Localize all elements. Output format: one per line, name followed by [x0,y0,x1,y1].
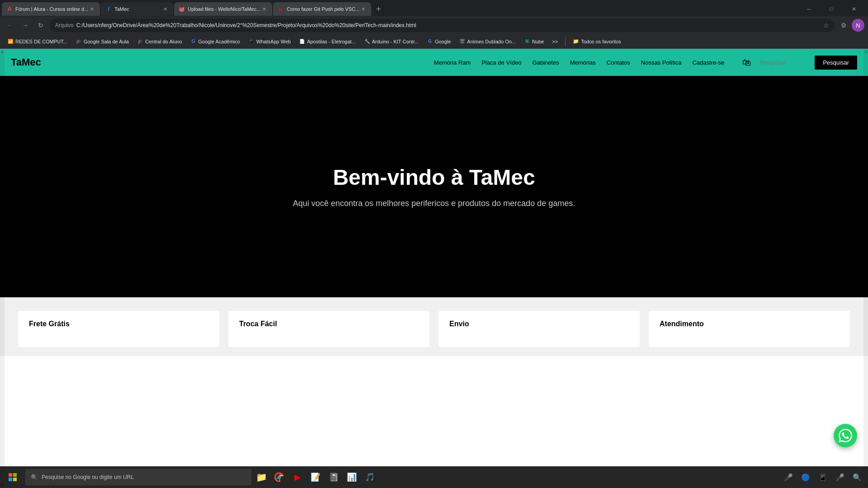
hero-subtitle: Aqui você encontra os melhores periferic… [293,199,575,208]
site-nav-right: 🛍 Pesquisar [742,56,857,70]
windows-logo-icon [9,473,17,481]
browser-actions: ⚙ N [837,19,864,32]
scroll-left-arrow[interactable]: ▲ ▼ [0,49,5,488]
bookmark-all-label: Todos os favoritos [581,39,621,44]
tab-close-upload[interactable]: ✕ [260,5,268,13]
bookmark-arduino[interactable]: 🔧 Arduino - KIT Contr... [360,37,422,47]
taskbar-icon-filemanager[interactable]: 📁 [253,469,269,485]
nav-politica[interactable]: Nossas Política [641,59,682,66]
url-bar[interactable]: Arquivo C:/Users/nferg/OneDrive/Área%20d… [50,19,835,32]
tab-favicon-upload: 🐙 [179,6,185,12]
bookmark-all-icon: 📁 [573,38,579,44]
window-controls: ─ □ ✕ [798,2,868,16]
close-button[interactable]: ✕ [844,2,864,16]
bookmark-academico[interactable]: G Google Acadêmico [187,37,244,47]
profile-button[interactable]: N [852,19,864,32]
tab-youtube[interactable]: ▶ Como fazer Git Push pelo VSC... ✕ [273,2,371,16]
bookmark-label-central: Central do Aluno [145,39,182,44]
bookmark-label-arduino: Arduino - KIT Contr... [372,39,419,44]
feature-title-envio: Envio [449,320,469,328]
new-tab-button[interactable]: + [372,3,385,15]
svg-rect-2 [9,478,12,481]
nav-gabinetes[interactable]: Gabinetes [532,59,559,66]
minimize-button[interactable]: ─ [798,2,819,16]
site-logo[interactable]: TaMec [11,56,41,68]
tab-bar: A Fórum | Alura - Cursos online d... ✕ f… [0,0,868,16]
bookmark-nube[interactable]: N Nube [520,37,547,47]
taskbar-icon-onenote[interactable]: 📓 [326,469,342,485]
url-text: C:/Users/nferg/OneDrive/Área%20de%20Trab… [76,22,416,28]
bookmark-favicon-redes: 📶 [7,38,14,45]
bookmark-redes[interactable]: 📶 REDES DE COMPUT... [4,37,71,47]
bookmark-all-favorites[interactable]: 📁 Todos os favoritos [569,37,625,46]
nav-memoria-ram[interactable]: Memória Ram [434,59,471,66]
browser-chrome: A Fórum | Alura - Cursos online d... ✕ f… [0,0,868,488]
taskbar-icon-excel[interactable]: 📊 [344,469,360,485]
taskbar-mic-icon[interactable]: 🎤 [833,470,847,484]
bookmark-apostilas[interactable]: 📄 Apostilas - Eletrogat... [295,37,359,47]
tab-title-upload: Upload files - WelloNico/TaMec... [188,6,260,12]
taskbar: 🔍 Pesquise no Google ou digite um URL 📁 … [0,466,868,488]
feature-card-atendimento: Atendimento [649,311,850,347]
taskbar-search-text: Pesquise no Google ou digite um URL [42,474,134,480]
bookmark-animes[interactable]: 🎬 Animes Dublado On... [455,37,519,47]
bookmark-central[interactable]: 🎓 Central do Aluno [133,37,185,47]
extensions-button[interactable]: ⚙ [837,19,850,32]
bookmark-favicon-nube: N [524,38,530,45]
feature-title-atendimento: Atendimento [660,320,704,328]
bookmark-star-icon[interactable]: ☆ [823,22,829,29]
site-navbar: TaMec Memória Ram Placa de Vídeo Gabinet… [0,49,868,76]
feature-card-envio: Envio [439,311,640,347]
taskbar-cortana-icon[interactable]: 🔵 [798,470,813,484]
svg-rect-0 [9,473,12,477]
back-button[interactable]: ← [4,19,16,32]
url-protocol: Arquivo [55,22,74,28]
cart-icon[interactable]: 🛍 [742,57,751,68]
bookmark-google[interactable]: G Google [423,37,454,47]
taskbar-search-mic[interactable]: 🎤 [781,470,796,484]
taskbar-icon-spotify[interactable]: 🎵 [362,469,378,485]
svg-rect-3 [13,478,17,481]
tab-upload[interactable]: 🐙 Upload files - WelloNico/TaMec... ✕ [174,2,272,16]
maximize-button[interactable]: □ [821,2,842,16]
forward-button[interactable]: → [19,19,32,32]
tab-title-youtube: Como fazer Git Push pelo VSC... [287,6,359,12]
nav-contatos[interactable]: Contatos [607,59,630,66]
bookmark-favicon-central: 🎓 [137,38,143,45]
tab-forum[interactable]: A Fórum | Alura - Cursos online d... ✕ [2,2,100,16]
bookmark-more-button[interactable]: >> [548,37,561,46]
whatsapp-fab[interactable] [834,424,857,447]
website-content: TaMec Memória Ram Placa de Vídeo Gabinet… [0,49,868,488]
bookmark-favicon-sala: 🎓 [75,38,82,45]
site-search-button[interactable]: Pesquisar [815,56,857,70]
taskbar-search-bar[interactable]: 🔍 Pesquise no Google ou digite um URL [25,469,251,485]
taskbar-icon-youtube[interactable]: ▶ [289,469,306,485]
taskbar-whatsapp-icon[interactable]: 📱 [816,470,830,484]
taskbar-search-lens[interactable]: 🔍 [850,470,864,484]
nav-memorias[interactable]: Memórias [570,59,596,66]
tab-close-youtube[interactable]: ✕ [359,5,367,13]
refresh-button[interactable]: ↻ [34,19,47,32]
taskbar-icon-chrome[interactable] [271,469,288,485]
bookmark-favicon-arduino: 🔧 [364,38,370,45]
bookmark-label-nube: Nube [532,39,544,44]
bookmark-label-sala: Google Sala de Aula [84,39,129,44]
nav-cadastre[interactable]: Cadastre-se [692,59,724,66]
tab-close-forum[interactable]: ✕ [88,5,95,13]
taskbar-search-icon: 🔍 [31,474,38,481]
bookmark-favicon-academico: G [190,38,197,45]
bookmark-label-apostilas: Apostilas - Eletrogat... [307,39,356,44]
nav-placa-video[interactable]: Placa de Vídeo [481,59,521,66]
bookmark-sala-aula[interactable]: 🎓 Google Sala de Aula [72,37,132,47]
bookmark-favicon-google: G [427,38,433,45]
tab-close-tamec[interactable]: ✕ [161,5,169,13]
site-search-input[interactable] [756,57,810,68]
bookmark-whatsapp[interactable]: 📱 WhatsApp Web [245,37,294,47]
bookmark-favicon-animes: 🎬 [459,38,465,45]
address-bar: ← → ↻ Arquivo C:/Users/nferg/OneDrive/Ár… [0,16,868,34]
taskbar-icon-notes[interactable]: 📝 [307,469,324,485]
taskbar-right: 🎤 🔵 📱 🎤 🔍 [781,470,864,484]
start-button[interactable] [4,468,22,486]
scroll-right-arrow[interactable]: ▲ ▼ [863,49,868,488]
tab-tamec[interactable]: f TaMec ✕ [101,2,173,16]
